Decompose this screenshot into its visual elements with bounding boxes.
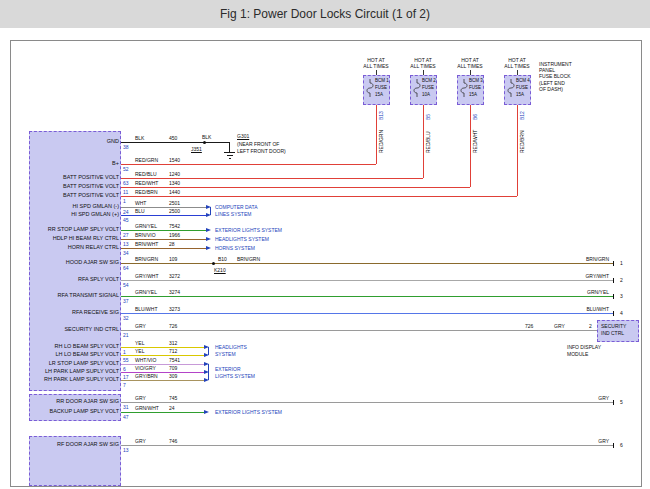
arrow-right-icon [206, 228, 211, 232]
system-link[interactable]: HEADLIGHTS SYSTEM [215, 236, 269, 242]
connector-pin-label: LH LO BEAM SPLY VOLT [31, 351, 119, 358]
pin-number: 27 [123, 232, 129, 238]
wire-segment [121, 330, 597, 331]
connector-pin-label: BACKUP LAMP SPLY VOLT [31, 408, 119, 415]
fuse-symbol-icon [460, 79, 468, 101]
wire-circuit-label: 1966 [169, 232, 180, 238]
fuse-type-label: FUSE [469, 85, 481, 90]
module-caption: MODULE [567, 351, 588, 357]
pin-number: 45 [123, 217, 129, 223]
wire-color-label: BRN/VIO [135, 232, 156, 238]
wire-color-label: BRN/GRN [237, 256, 260, 262]
fuse-pin-label: B5 [425, 114, 431, 120]
pin-number: 11 [123, 189, 128, 195]
wire-circuit-label: 712 [169, 348, 177, 354]
group-bracket [208, 347, 209, 355]
fuse-symbol-icon [507, 79, 515, 101]
connector-pin-label: RR DOOR AJAR SW SIG [31, 398, 119, 405]
splice-dot [212, 262, 215, 265]
fuse-symbol-icon [413, 79, 421, 101]
system-link[interactable]: HORNS SYSTEM [215, 245, 255, 251]
system-link[interactable]: LINES SYSTEM [215, 211, 251, 217]
wire-color-label: BRN/GRN [135, 256, 158, 262]
wire-color-label: VIO/GRY [135, 365, 156, 371]
wire-circuit-label: 1540 [169, 157, 180, 163]
system-link[interactable]: EXTERIOR LIGHTS SYSTEM [215, 409, 282, 415]
wire-color-label-right: GRY [549, 395, 609, 401]
figure-title-bar: Fig 1: Power Door Locks Circuit (1 of 2) [0, 0, 650, 28]
pin-number: 31 [123, 404, 129, 410]
fuse-wire-color-label: RED/BLU [425, 131, 431, 153]
connector-pin-label: LH PARK LAMP SUPLY VOLT [31, 368, 119, 375]
fuse-type-label: FUSE [422, 85, 434, 90]
wire-segment-vertical [470, 105, 471, 187]
ground-stem [229, 142, 230, 152]
fuse-pin-label: B6 [472, 114, 478, 120]
wire-segment [121, 196, 517, 197]
ground-location-line: LEFT FRONT DOOR) [237, 148, 286, 154]
pin-number: 13 [123, 241, 129, 247]
wire-circuit-label: 1240 [169, 171, 180, 177]
pin-number: 1 [123, 198, 126, 204]
fuse-wire-color-label: RED/GRN [378, 130, 384, 153]
fuse-name: BCM 1 [375, 78, 389, 83]
wire-segment [121, 178, 423, 179]
fuse-name: BCM 2 [422, 78, 436, 83]
connector-pin-label: HI SPD GMLAN (-) [31, 203, 119, 210]
wire-segment [121, 296, 613, 297]
wire-segment [121, 355, 204, 356]
group-bracket [208, 364, 209, 380]
wire-segment [121, 412, 204, 413]
wire-circuit-label: 7541 [169, 357, 180, 363]
wire-segment [121, 248, 206, 249]
system-link[interactable]: COMPUTER DATA [215, 204, 258, 210]
wiring-diagram-canvas[interactable]: GND38BLK450B+52RED/GRN1540BATT POSITIVE … [10, 40, 642, 487]
wire-segment [121, 263, 613, 264]
hot-at-all-times-label: ALL TIMES [359, 63, 393, 69]
terminal-tick [613, 443, 614, 448]
wire-segment [121, 347, 204, 348]
wire-color-label: GRY [135, 438, 146, 444]
system-link[interactable]: EXTERIOR [215, 366, 241, 372]
ground-link[interactable]: G301 [237, 133, 249, 139]
system-link[interactable]: EXTERIOR LIGHTS SYSTEM [215, 227, 282, 233]
connector-pin-label: HOOD AJAR SW SIG [31, 259, 119, 266]
wire-segment [121, 313, 613, 314]
wire-color-label: GRN/YEL [135, 289, 157, 295]
system-link[interactable]: LIGHTS SYSTEM [215, 373, 255, 379]
connector-pin-label: RR STOP LAMP SPLY VOLT [31, 226, 119, 233]
fuse-name: BCM 3 [469, 78, 483, 83]
pin-number: 37 [123, 298, 129, 304]
wire-circuit-label: 709 [169, 365, 177, 371]
wire-color-label: RED/GRN [135, 157, 158, 163]
wire-color-label: GRY [554, 323, 565, 329]
wire-circuit-label: 309 [169, 373, 177, 379]
fuse-block-caption: (LEFT END [539, 80, 565, 86]
fuse-rating: 15A [375, 92, 383, 97]
wire-color-label: YEL [135, 340, 144, 346]
system-link[interactable]: HEADLIGHTS [215, 344, 247, 350]
pin-number: 63 [123, 180, 129, 186]
connector-pin-label: RH LO BEAM SPLY VOLT [31, 343, 119, 350]
connector-pin-label: BATT POSITIVE VOLT [31, 183, 119, 190]
pin-number: 21 [123, 332, 129, 338]
wire-segment [121, 187, 470, 188]
wire-segment-vertical [423, 105, 424, 178]
wire-color-label: BLK [202, 134, 211, 140]
system-link[interactable]: SYSTEM [215, 351, 236, 357]
connector-pin-label: B+ [31, 160, 119, 167]
component-link[interactable]: K210 [214, 267, 226, 273]
arrow-right-icon [206, 246, 211, 250]
splice-link[interactable]: J351 [191, 146, 202, 152]
wire-segment [121, 364, 204, 365]
wire-color-label: WHT [135, 200, 146, 206]
wire-segment [121, 402, 613, 403]
arrow-right-icon [204, 410, 209, 414]
wire-color-label: RED/WHT [135, 180, 158, 186]
security-module-title: IND CTRL [601, 330, 624, 336]
pin-number: 64 [123, 265, 129, 271]
arrow-right-icon [206, 237, 211, 241]
wire-color-label: YEL [135, 348, 144, 354]
terminal-number: 3 [620, 293, 623, 299]
splice-dot [203, 141, 206, 144]
